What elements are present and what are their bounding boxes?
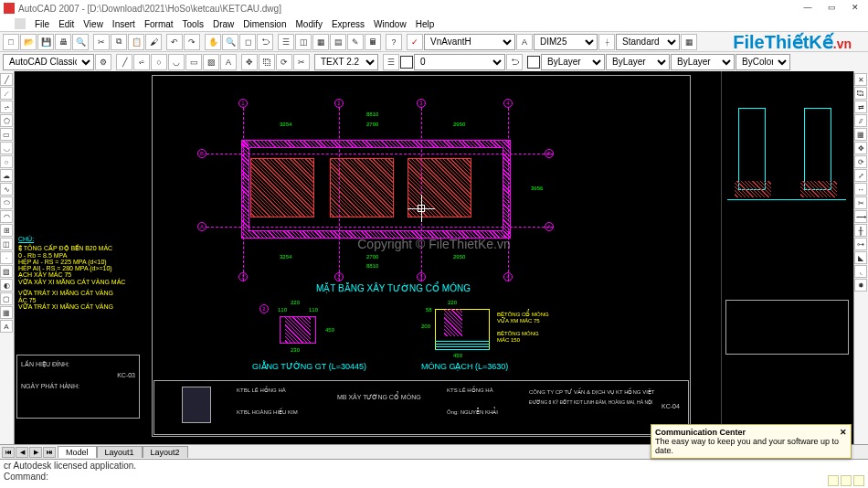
- mirror-icon[interactable]: ⇄: [854, 101, 867, 113]
- plot-icon[interactable]: 🖶: [55, 34, 71, 50]
- drawing-canvas[interactable]: CHÚ: Ệ TÔNG CẤP ĐỘ BỀN B20 MÁC 0 - Rb = …: [15, 71, 853, 444]
- move-mod-icon[interactable]: ✥: [854, 142, 867, 154]
- lineweight-select[interactable]: ByLayer: [671, 54, 735, 70]
- menu-view[interactable]: View: [79, 19, 107, 29]
- textstyle-icon[interactable]: A: [516, 34, 533, 50]
- ellipsearc-tool-icon[interactable]: ◠: [0, 210, 13, 223]
- minimize-button[interactable]: —: [797, 0, 819, 15]
- toolpalette-icon[interactable]: ▦: [312, 34, 329, 50]
- pline-tool-icon[interactable]: ⩫: [0, 101, 13, 113]
- layer-prev-icon[interactable]: ⮌: [506, 54, 523, 70]
- hatch-tool-icon[interactable]: ▨: [0, 265, 13, 278]
- tab-model[interactable]: Model: [58, 446, 97, 458]
- menu-dimension[interactable]: Dimension: [239, 19, 290, 29]
- ellipse-tool-icon[interactable]: ⬭: [0, 196, 13, 209]
- text-height-select[interactable]: TEXT 2.2: [314, 54, 378, 70]
- array-icon[interactable]: ▦: [854, 128, 867, 141]
- comm-close-icon[interactable]: ✕: [840, 428, 847, 437]
- menu-help[interactable]: Help: [412, 19, 439, 29]
- menu-window[interactable]: Window: [370, 19, 410, 29]
- menu-edit[interactable]: Edit: [55, 19, 78, 29]
- command-window[interactable]: cr Autodesk licensed application. Comman…: [0, 459, 868, 488]
- rect-icon[interactable]: ▭: [185, 54, 202, 70]
- save-icon[interactable]: 💾: [37, 34, 54, 50]
- table-style-select[interactable]: Standard: [616, 34, 680, 50]
- zoom-prev-icon[interactable]: ⮌: [257, 34, 273, 50]
- ws-settings-icon[interactable]: ⚙: [95, 54, 111, 70]
- trim-icon[interactable]: ✂: [293, 54, 310, 70]
- menu-tools[interactable]: Tools: [179, 19, 207, 29]
- trim-mod-icon[interactable]: ✂: [854, 196, 867, 209]
- paste-icon[interactable]: 📋: [128, 34, 144, 50]
- redo-icon[interactable]: ↷: [184, 34, 200, 50]
- markup-icon[interactable]: ✎: [347, 34, 364, 50]
- point-tool-icon[interactable]: ·: [0, 251, 13, 264]
- match-icon[interactable]: 🖌: [145, 34, 162, 50]
- close-button[interactable]: ✕: [844, 0, 866, 15]
- tab-prev-icon[interactable]: ◀: [16, 447, 28, 458]
- layer-select[interactable]: 0: [414, 54, 505, 70]
- linetype-select[interactable]: ByLayer: [606, 54, 670, 70]
- line-tool-icon[interactable]: ╱: [0, 73, 13, 86]
- pline-icon[interactable]: ⩫: [133, 54, 150, 70]
- copy2-icon[interactable]: ⿻: [259, 54, 275, 70]
- table-tool-icon[interactable]: ▦: [0, 306, 13, 319]
- new-icon[interactable]: □: [3, 34, 19, 50]
- tray-satellite-icon[interactable]: [853, 475, 864, 486]
- menu-file[interactable]: File: [31, 19, 53, 29]
- gradient-tool-icon[interactable]: ◐: [0, 279, 13, 292]
- dim-style-select[interactable]: DIM25: [534, 34, 598, 50]
- insert-tool-icon[interactable]: ⊞: [0, 224, 13, 237]
- arc-icon[interactable]: ◡: [168, 54, 185, 70]
- polygon-tool-icon[interactable]: ⬠: [0, 114, 13, 127]
- menu-modify[interactable]: Modify: [292, 19, 326, 29]
- block-tool-icon[interactable]: ◫: [0, 238, 13, 250]
- arc-tool-icon[interactable]: ◡: [0, 142, 13, 154]
- text-icon[interactable]: A: [220, 54, 237, 70]
- xline-tool-icon[interactable]: ⟋: [0, 87, 13, 100]
- maximize-button[interactable]: ▭: [820, 0, 842, 15]
- properties-icon[interactable]: ☰: [278, 34, 294, 50]
- tray-lock-icon[interactable]: [841, 475, 852, 486]
- extend-icon[interactable]: ⟶: [854, 210, 867, 223]
- color-current[interactable]: [527, 56, 540, 69]
- menu-express[interactable]: Express: [328, 19, 368, 29]
- tray-comm-icon[interactable]: [828, 475, 839, 486]
- line-icon[interactable]: ╱: [116, 54, 132, 70]
- rotate-mod-icon[interactable]: ⟳: [854, 155, 867, 168]
- move-icon[interactable]: ✥: [241, 54, 258, 70]
- communication-center-popup[interactable]: Communication Center✕ The easy way to ke…: [651, 424, 852, 459]
- menu-insert[interactable]: Insert: [109, 19, 139, 29]
- rotate-icon[interactable]: ⟳: [276, 54, 292, 70]
- circle-icon[interactable]: ○: [151, 54, 167, 70]
- color-select[interactable]: ByLayer: [541, 54, 605, 70]
- copy-icon[interactable]: ⧉: [111, 34, 127, 50]
- tab-layout1[interactable]: Layout1: [97, 446, 143, 458]
- plotstyle-select[interactable]: ByColor: [736, 54, 790, 70]
- spline-tool-icon[interactable]: ∿: [0, 183, 13, 196]
- designcenter-icon[interactable]: ◫: [295, 34, 312, 50]
- zoom-window-icon[interactable]: ◻: [239, 34, 256, 50]
- sheetset-icon[interactable]: ▤: [330, 34, 346, 50]
- region-tool-icon[interactable]: ▢: [0, 292, 13, 305]
- chamfer-icon[interactable]: ◣: [854, 251, 867, 264]
- abc-icon[interactable]: ✓: [407, 34, 423, 50]
- preview-icon[interactable]: 🔍: [72, 34, 89, 50]
- cut-icon[interactable]: ✂: [93, 34, 110, 50]
- color-swatch[interactable]: [400, 56, 413, 69]
- tab-first-icon[interactable]: ⏮: [2, 447, 15, 458]
- text-style-select[interactable]: VnAvantH: [424, 34, 515, 50]
- open-icon[interactable]: 📂: [20, 34, 37, 50]
- menu-draw[interactable]: Draw: [209, 19, 238, 29]
- fillet-icon[interactable]: ◟: [854, 265, 867, 278]
- menu-format[interactable]: Format: [141, 19, 177, 29]
- scale-icon[interactable]: ⤢: [854, 169, 867, 182]
- circle-tool-icon[interactable]: ○: [0, 155, 13, 168]
- zoom-icon[interactable]: 🔍: [222, 34, 238, 50]
- stretch-icon[interactable]: ↔: [854, 183, 867, 196]
- mtext-tool-icon[interactable]: A: [0, 320, 13, 333]
- dimstyle-icon[interactable]: ⟊: [598, 34, 615, 50]
- erase-icon[interactable]: ✕: [854, 73, 867, 86]
- revcloud-tool-icon[interactable]: ☁: [0, 169, 13, 182]
- hatch-icon[interactable]: ▨: [203, 54, 219, 70]
